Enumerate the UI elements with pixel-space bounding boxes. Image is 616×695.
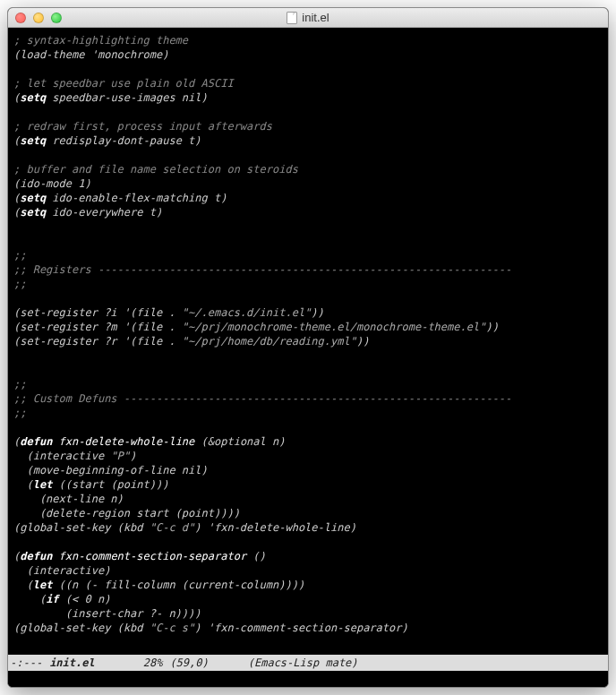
section-registers: ;; Registers ---------------------------… [13,263,511,276]
modeline-mode: (Emacs-Lisp mate) [212,655,362,671]
modeline-status: -:--- [8,655,46,671]
file-icon [287,12,297,24]
comment: ; redraw first, process input afterwards [13,120,272,133]
traffic-lights [8,13,62,23]
code-editor[interactable]: ; syntax-highlighting theme (load-theme … [8,28,608,655]
minibuffer[interactable] [8,671,608,687]
comment: ; syntax-highlighting theme [13,34,188,47]
maximize-icon[interactable] [51,13,62,23]
modeline-filename: init.el [46,655,98,671]
comment: ; buffer and file name selection on ster… [13,163,298,176]
modeline: -:--- init.el 28% (59,0) (Emacs-Lisp mat… [8,655,608,671]
comment: ; let speedbar use plain old ASCII [13,77,234,90]
modeline-percent: 28% [98,655,167,671]
section-custom-defuns: ;; Custom Defuns -----------------------… [13,392,511,405]
editor-window: init.el ; syntax-highlighting theme (loa… [7,7,609,688]
titlebar: init.el [8,8,608,28]
window-title-container: init.el [8,11,608,24]
minimize-icon[interactable] [33,13,44,23]
close-icon[interactable] [15,13,26,23]
window-title: init.el [302,11,329,24]
modeline-position: (59,0) [166,655,211,671]
